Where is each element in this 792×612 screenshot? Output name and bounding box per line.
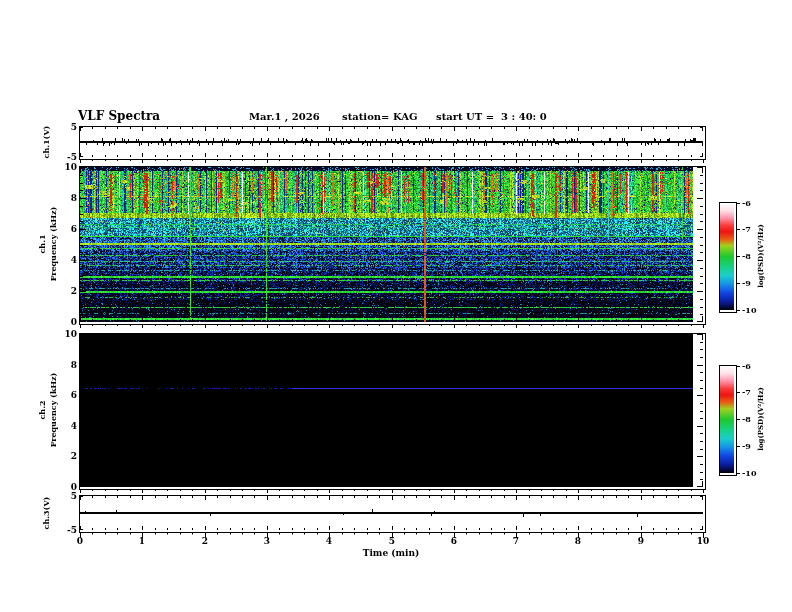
- ch1-colorbar-label: log(PSD)(V²/Hz): [756, 224, 765, 288]
- colorbar-tick-label: -7: [742, 387, 751, 397]
- ch2-spectrogram: [80, 334, 703, 487]
- time-axis-label: Time (min): [363, 548, 420, 558]
- header-station: station= KAG: [342, 111, 418, 122]
- ch2-freq-tick-label: 6: [71, 390, 77, 400]
- colorbar-tick-label: -9: [742, 441, 751, 451]
- colorbar-tick-label: -6: [742, 198, 751, 208]
- ch3-voltage-waveform: [80, 496, 703, 530]
- ch1v-ymin-label: -5: [67, 152, 77, 162]
- ch1-spectrogram-panel: [79, 166, 706, 325]
- ch3-voltage-panel: [79, 495, 706, 533]
- ch1-colorbar-gradient: [720, 203, 734, 310]
- time-tick-label: 1: [139, 536, 145, 546]
- ch3v-axis-label: ch.3(V): [41, 497, 51, 530]
- ch2-colorbar: [719, 365, 737, 476]
- ch1-spectrogram: [80, 167, 703, 322]
- ch1-freq-tick-label: 10: [64, 162, 77, 172]
- ch2-freq-tick-label: 2: [71, 451, 77, 461]
- ch2-freq-tick-label: 8: [71, 360, 77, 370]
- time-tick-label: 7: [513, 536, 519, 546]
- time-tick-label: 6: [451, 536, 457, 546]
- ch1-voltage-panel: [79, 126, 706, 160]
- ch2-axis-label-channel: ch.2: [37, 400, 47, 419]
- ch1-axis-label-frequency: Frequency (kHz): [48, 207, 58, 282]
- time-tick-label: 5: [389, 536, 395, 546]
- ch1-axis-label-channel: ch.1: [37, 234, 47, 253]
- page-title: VLF Spectra: [78, 109, 160, 123]
- colorbar-tick-label: -8: [742, 251, 751, 261]
- header-start-ut: start UT = 3 : 40: 0: [436, 111, 547, 122]
- colorbar-tick-label: -7: [742, 224, 751, 234]
- header-date: Mar.1 , 2026: [249, 111, 320, 122]
- ch2-spectrogram-panel: [79, 333, 706, 490]
- time-tick-label: 8: [575, 536, 581, 546]
- ch3v-ymin-label: -5: [67, 525, 77, 535]
- ch1v-ymax-label: 5: [71, 122, 77, 132]
- colorbar-tick-label: -10: [742, 305, 756, 315]
- ch1-freq-tick-label: 0: [71, 317, 77, 327]
- ch1-freq-tick-label: 6: [71, 224, 77, 234]
- ch2-freq-tick-label: 4: [71, 421, 77, 431]
- vlf-spectra-plot-page: VLF Spectra Mar.1 , 2026 station= KAG st…: [0, 0, 792, 612]
- ch1-freq-tick-label: 4: [71, 255, 77, 265]
- colorbar-tick-label: -8: [742, 414, 751, 424]
- ch3v-ymax-label: 5: [71, 491, 77, 501]
- ch2-colorbar-gradient: [720, 366, 734, 473]
- ch2-axis-label-frequency: Frequency (kHz): [48, 373, 58, 448]
- ch2-freq-tick-label: 10: [64, 329, 77, 339]
- time-tick-label: 0: [77, 536, 83, 546]
- time-tick-label: 9: [638, 536, 644, 546]
- colorbar-tick-label: -6: [742, 361, 751, 371]
- time-tick-label: 4: [326, 536, 332, 546]
- time-tick-label: 3: [264, 536, 270, 546]
- ch2-colorbar-label: log(PSD)(V²/Hz): [756, 387, 765, 451]
- time-tick-label: 2: [202, 536, 208, 546]
- ch1-freq-tick-label: 2: [71, 286, 77, 296]
- ch1v-axis-label: ch.1(V): [41, 126, 51, 159]
- colorbar-tick-label: -9: [742, 278, 751, 288]
- ch1-freq-tick-label: 8: [71, 193, 77, 203]
- ch1-colorbar: [719, 202, 737, 313]
- time-tick-label: 10: [697, 536, 710, 546]
- colorbar-tick-label: -10: [742, 468, 756, 478]
- ch1-voltage-waveform: [80, 127, 703, 157]
